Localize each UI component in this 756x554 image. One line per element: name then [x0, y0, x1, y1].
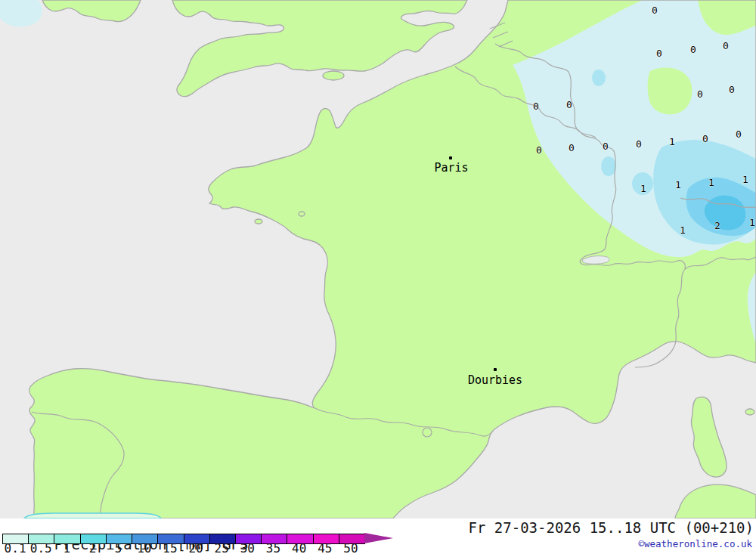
precip-contour-bottom	[24, 513, 161, 518]
legend-tick-label: 20	[188, 543, 203, 554]
precip-level2-blob	[592, 70, 606, 86]
legend-panel: Precipitation[mm]GFS Fr 27-03-2026 15..1…	[0, 518, 756, 554]
legend-tick-label: 30	[240, 543, 255, 554]
legend-tick-label: 15	[163, 543, 177, 554]
legend-tick-label: 40	[292, 543, 306, 554]
legend-tick-label: 25	[215, 543, 229, 554]
legend-tick-label: 1	[64, 543, 71, 554]
legend-tick-label: 45	[318, 543, 332, 554]
legend-tick-label: 10	[137, 543, 151, 554]
legend-tick-label: 50	[343, 543, 358, 554]
legend-tick-label: 0.1	[5, 543, 26, 554]
valid-datetime: Fr 27-03-2026 15..18 UTC (00+210)	[469, 519, 754, 536]
legend-tick-label: 35	[266, 543, 280, 554]
legend-tick-label: 0.5	[30, 543, 52, 554]
precipitation-map: 0000000000001001111121ParisDourbies	[0, 0, 756, 518]
legend-tick-label: 2	[89, 543, 97, 554]
legend-tick-label: 5	[115, 543, 122, 554]
precip-level2-blob	[632, 172, 653, 195]
copyright-link[interactable]: ©weatheronline.co.uk	[638, 538, 752, 549]
legend-overflow-arrow	[364, 533, 393, 543]
precip-level2-blob	[601, 156, 616, 176]
map-canvas	[0, 0, 756, 518]
weather-map-page: 0000000000001001111121ParisDourbies Prec…	[0, 0, 756, 554]
dry-wedge	[648, 68, 692, 115]
legend-color-bar	[2, 534, 365, 544]
